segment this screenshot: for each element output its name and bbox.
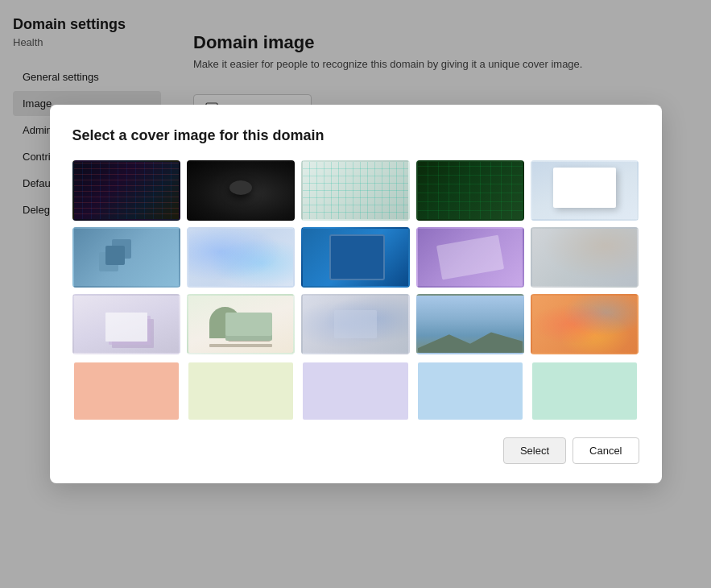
modal-overlay: Select a cover image for this domain [0,0,711,588]
image-option-colorful[interactable] [531,294,639,354]
image-option-mintgreen[interactable] [531,361,639,421]
image-option-blue-cubes[interactable] [72,227,180,288]
image-option-3d-office[interactable] [531,227,639,288]
image-option-stacked-papers[interactable] [72,294,180,354]
cover-image-modal: Select a cover image for this domain [50,105,662,483]
image-option-mountain[interactable] [416,294,524,354]
image-option-lavender[interactable] [301,361,409,421]
image-option-vr-scene[interactable] [301,294,409,354]
image-option-lightgreen[interactable] [187,361,295,421]
modal-footer: Select Cancel [72,437,639,464]
select-button[interactable]: Select [503,437,566,464]
image-option-circuit[interactable] [301,160,409,221]
image-option-tablet-ui[interactable] [301,227,409,288]
image-option-spreadsheet[interactable] [416,160,524,221]
image-option-lightblue[interactable] [416,361,524,421]
image-option-dark-mouse[interactable] [187,160,295,221]
image-grid [72,160,639,421]
image-option-purple-papers[interactable] [416,227,524,288]
image-option-salmon[interactable] [72,361,180,421]
image-option-glass-cubes[interactable] [187,227,295,288]
modal-title: Select a cover image for this domain [72,127,639,144]
image-option-dark-code[interactable] [72,160,180,221]
image-option-notebook[interactable] [531,160,639,221]
cancel-button[interactable]: Cancel [573,437,639,464]
image-option-laptop-plant[interactable] [187,294,295,354]
